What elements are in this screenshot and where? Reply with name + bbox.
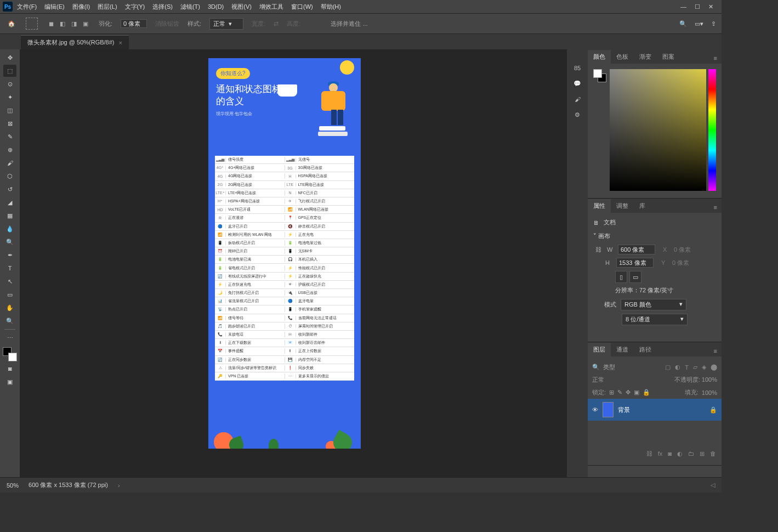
filter-smart-icon[interactable]: ◈ — [702, 364, 706, 371]
filter-adjust-icon[interactable]: ◐ — [675, 364, 680, 371]
blur-tool-icon[interactable]: 💧 — [3, 223, 16, 235]
eyedropper-tool-icon[interactable]: ✎ — [3, 131, 16, 143]
blend-mode-dropdown[interactable]: 正常 — [592, 376, 604, 384]
height-input[interactable] — [616, 258, 654, 268]
width-input[interactable] — [618, 245, 655, 254]
new-selection-icon[interactable]: ◼ — [46, 19, 56, 29]
tab-paths[interactable]: 路径 — [634, 343, 657, 356]
link-layers-icon[interactable]: ⛓ — [646, 450, 652, 457]
tab-color[interactable]: 颜色 — [588, 50, 611, 64]
wand-tool-icon[interactable]: ✦ — [3, 91, 16, 103]
path-tool-icon[interactable]: ↖ — [3, 275, 16, 287]
visibility-icon[interactable]: 👁 — [592, 406, 598, 413]
menu-3d[interactable]: 3D(D) — [205, 2, 227, 12]
orient-landscape-icon[interactable]: ▭ — [629, 271, 641, 283]
menu-image[interactable]: 图像(I) — [69, 1, 93, 13]
lock-all-icon[interactable]: ⊞ — [609, 389, 614, 396]
menu-edit[interactable]: 编辑(E) — [41, 1, 68, 13]
share-icon[interactable]: ⇪ — [711, 20, 716, 27]
tab-gradients[interactable]: 渐变 — [634, 50, 657, 64]
panel-menu-icon[interactable]: ≡ — [709, 346, 722, 356]
status-pane-left-icon[interactable]: ◁ — [711, 482, 715, 489]
marquee-tool-icon[interactable]: ⬚ — [3, 65, 16, 77]
mask-icon[interactable]: ◙ — [668, 450, 672, 457]
menu-select[interactable]: 选择(S) — [149, 1, 176, 13]
menu-type[interactable]: 文字(Y) — [122, 1, 149, 13]
lock-artboard-icon[interactable]: ▣ — [634, 389, 639, 396]
menu-view[interactable]: 视图(V) — [228, 1, 255, 13]
tab-patterns[interactable]: 图案 — [657, 50, 680, 64]
filter-type-dropdown[interactable]: 类型 — [603, 363, 615, 371]
layer-thumbnail[interactable] — [603, 402, 614, 417]
history-brush-tool-icon[interactable]: ↺ — [3, 183, 16, 195]
edit-toolbar-icon[interactable]: ⋯ — [3, 332, 16, 344]
dock-comment-icon[interactable]: 💬 — [573, 80, 581, 87]
menu-filter[interactable]: 滤镜(T) — [177, 1, 203, 13]
type-tool-icon[interactable]: T — [3, 262, 16, 274]
tab-channels[interactable]: 通道 — [611, 343, 634, 356]
fill-value[interactable]: 100% — [702, 389, 717, 396]
move-tool-icon[interactable]: ✥ — [3, 52, 16, 64]
lasso-tool-icon[interactable]: ⊙ — [3, 78, 16, 90]
color-mode-dropdown[interactable]: RGB 颜色▾ — [621, 299, 686, 310]
crop-tool-icon[interactable]: ◫ — [3, 104, 16, 116]
select-mask-button[interactable]: 选择并遮住 ... — [331, 20, 367, 28]
status-arrow-icon[interactable]: › — [118, 482, 120, 489]
filter-icon[interactable]: 🔍 — [592, 364, 600, 371]
layer-lock-icon[interactable]: 🔒 — [709, 406, 717, 414]
eraser-tool-icon[interactable]: ◢ — [3, 196, 16, 208]
quickmask-icon[interactable]: ◙ — [3, 363, 16, 375]
style-dropdown[interactable]: 正常 ▾ — [209, 18, 243, 30]
canvas-area[interactable]: 你知道么? 通知和状态图标的含义 现学现用 包学包会 ▂▃▅信号强度▂▃▅无信号… — [20, 49, 567, 477]
tab-close-icon[interactable]: × — [119, 39, 122, 46]
gradient-tool-icon[interactable]: ▦ — [3, 210, 16, 222]
filter-shape-icon[interactable]: ▱ — [693, 364, 697, 371]
layer-row[interactable]: 👁 背景 🔒 — [588, 399, 722, 421]
menu-help[interactable]: 帮助(H) — [317, 1, 344, 13]
filter-toggle-icon[interactable]: ⬤ — [711, 364, 717, 371]
panel-menu-icon[interactable]: ≡ — [709, 202, 722, 213]
menu-window[interactable]: 窗口(W) — [288, 1, 316, 13]
shape-tool-icon[interactable]: ▭ — [3, 288, 16, 301]
adjustment-icon[interactable]: ◐ — [677, 450, 683, 457]
dock-settings-icon[interactable]: ⚙ — [575, 111, 580, 118]
delete-layer-icon[interactable]: 🗑 — [710, 450, 716, 457]
subtract-selection-icon[interactable]: ◨ — [69, 19, 79, 29]
pen-tool-icon[interactable]: ✒ — [3, 249, 16, 261]
new-layer-icon[interactable]: ⊞ — [700, 450, 705, 457]
tab-properties[interactable]: 属性 — [588, 199, 611, 213]
group-icon[interactable]: 🗀 — [688, 450, 694, 457]
lock-icon[interactable]: 🔒 — [643, 389, 650, 396]
menu-layer[interactable]: 图层(L) — [94, 1, 120, 13]
lock-pixels-icon[interactable]: ✎ — [617, 389, 622, 396]
lock-position-icon[interactable]: ✥ — [626, 389, 631, 396]
dodge-tool-icon[interactable]: 🔍 — [3, 236, 16, 248]
frame-tool-icon[interactable]: ⊠ — [3, 117, 16, 129]
menu-plugins[interactable]: 增效工具 — [256, 1, 287, 13]
tab-adjustments[interactable]: 调整 — [611, 199, 634, 213]
filter-type-icon[interactable]: T — [685, 364, 689, 371]
intersect-selection-icon[interactable]: ▣ — [81, 19, 90, 29]
canvas-section-header[interactable]: ˅ 画布 — [593, 232, 716, 240]
zoom-tool-icon[interactable]: 🔍 — [3, 315, 16, 327]
search-icon[interactable]: 🔍 — [679, 20, 687, 27]
workspace-icon[interactable]: ▭▾ — [695, 20, 703, 27]
close-icon[interactable]: ✕ — [708, 3, 713, 10]
link-icon[interactable]: ⛓ — [595, 246, 601, 253]
marquee-preset-icon[interactable] — [26, 18, 38, 30]
panel-menu-icon[interactable]: ≡ — [709, 53, 722, 64]
bit-depth-dropdown[interactable]: 8 位/通道▾ — [622, 314, 688, 325]
brush-tool-icon[interactable]: 🖌 — [3, 157, 16, 169]
tab-swatches[interactable]: 色板 — [611, 50, 634, 64]
add-selection-icon[interactable]: ◧ — [58, 19, 67, 29]
fx-icon[interactable]: fx — [658, 450, 663, 457]
tab-libraries[interactable]: 库 — [634, 199, 651, 213]
orient-portrait-icon[interactable]: ▯ — [615, 271, 627, 283]
opacity-value[interactable]: 100% — [702, 376, 717, 383]
color-fgbg[interactable] — [593, 69, 604, 80]
maximize-icon[interactable]: ☐ — [695, 3, 700, 10]
document-tab[interactable]: 微头条素材.jpg @ 50%(RGB/8#) × — [21, 35, 129, 49]
zoom-value[interactable]: 50% — [7, 482, 19, 489]
healing-tool-icon[interactable]: ⊕ — [3, 144, 16, 156]
screenmode-icon[interactable]: ▣ — [3, 376, 16, 388]
